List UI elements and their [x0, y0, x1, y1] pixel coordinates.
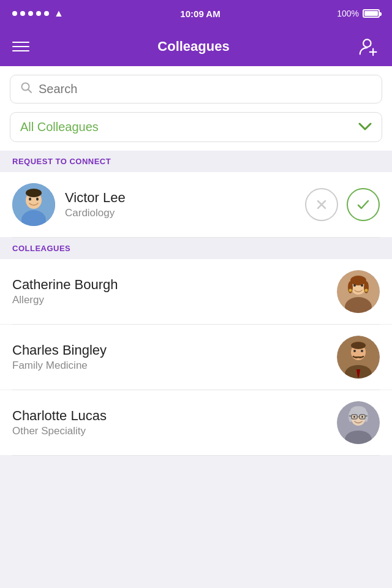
chevron-down-icon: [358, 120, 372, 134]
page-title: Colleagues: [157, 39, 229, 55]
status-time: 10:09 AM: [180, 9, 220, 19]
avatar-victor: [12, 183, 55, 226]
request-section-header: REQUEST TO CONNECT: [0, 151, 392, 172]
list-item[interactable]: Catherine Bourgh Allergy: [0, 259, 392, 324]
charles-name: Charles Bingley: [12, 342, 327, 358]
search-input[interactable]: [39, 82, 372, 96]
victor-name: Victor Lee: [65, 190, 295, 206]
catherine-name: Catherine Bourgh: [12, 277, 327, 293]
menu-button[interactable]: [12, 42, 29, 51]
avatar-catherine: [337, 270, 380, 313]
charlotte-info: Charlotte Lucas Other Speciality: [12, 408, 327, 437]
svg-line-39: [349, 416, 352, 417]
charles-specialty: Family Medicine: [12, 360, 327, 372]
list-item[interactable]: Charles Bingley Family Medicine: [0, 325, 392, 390]
avatar-charles: [337, 336, 380, 379]
filter-dropdown[interactable]: All Colleagues: [10, 112, 382, 142]
svg-point-10: [26, 189, 42, 197]
svg-point-42: [361, 416, 363, 418]
search-container: [0, 66, 392, 112]
status-left: ▲: [12, 8, 64, 19]
catherine-specialty: Allergy: [12, 294, 327, 306]
catherine-info: Catherine Bourgh Allergy: [12, 277, 327, 306]
reject-button[interactable]: [305, 188, 338, 221]
header: Colleagues: [0, 27, 392, 66]
svg-point-19: [353, 284, 356, 287]
svg-point-0: [363, 39, 371, 47]
svg-point-28: [361, 350, 363, 352]
svg-point-20: [361, 284, 363, 287]
svg-point-27: [353, 350, 356, 352]
victor-specialty: Cardiology: [65, 207, 295, 219]
svg-point-22: [365, 289, 368, 292]
svg-point-41: [353, 416, 355, 418]
status-right: 100%: [337, 9, 380, 18]
battery-percent: 100%: [337, 9, 359, 18]
signal-dots: [12, 11, 49, 16]
search-box[interactable]: [10, 75, 382, 104]
search-icon: [20, 81, 32, 97]
filter-container: All Colleagues: [0, 112, 392, 151]
svg-point-16: [350, 276, 366, 285]
filter-label: All Colleagues: [20, 120, 99, 134]
charles-info: Charles Bingley Family Medicine: [12, 342, 327, 372]
svg-point-26: [351, 342, 366, 349]
wifi-icon: ▲: [54, 8, 64, 19]
status-bar: ▲ 10:09 AM 100%: [0, 0, 392, 27]
charlotte-specialty: Other Speciality: [12, 425, 327, 437]
divider-4: [12, 455, 380, 456]
action-buttons: [305, 188, 380, 221]
svg-point-8: [29, 198, 31, 201]
avatar-charlotte: [337, 401, 380, 444]
svg-point-21: [349, 289, 352, 292]
request-item: Victor Lee Cardiology: [0, 172, 392, 237]
svg-line-40: [365, 416, 368, 417]
colleagues-section-header: COLLEAGUES: [0, 238, 392, 259]
charlotte-name: Charlotte Lucas: [12, 408, 327, 424]
add-person-button[interactable]: [358, 36, 380, 58]
victor-info: Victor Lee Cardiology: [65, 190, 295, 219]
svg-point-9: [36, 198, 39, 201]
svg-line-4: [28, 89, 31, 92]
battery-icon: [363, 9, 380, 18]
list-item[interactable]: Charlotte Lucas Other Speciality: [0, 390, 392, 455]
accept-button[interactable]: [347, 188, 380, 221]
